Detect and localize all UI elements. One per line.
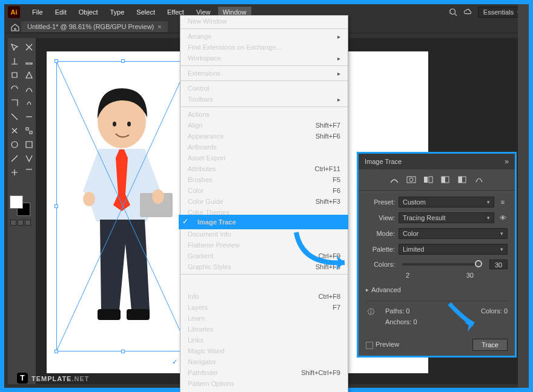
home-icon[interactable] [10, 22, 20, 32]
selection-handle[interactable] [55, 350, 58, 353]
menu-item[interactable]: AppearanceShift+F6 [180, 131, 348, 142]
advanced-toggle[interactable]: ▸Advanced [366, 284, 508, 296]
tool-4[interactable] [8, 68, 22, 82]
tool-15[interactable] [22, 138, 36, 151]
collapse-icon[interactable]: » [505, 157, 509, 166]
menu-item[interactable]: AlignShift+F7 [180, 120, 348, 131]
tool-11[interactable] [22, 110, 36, 123]
menu-item[interactable]: Asset Export [180, 152, 348, 163]
tool-3[interactable] [22, 54, 36, 68]
selection-handle[interactable] [55, 59, 58, 63]
tool-17[interactable] [22, 152, 36, 165]
palette-label: Palette: [366, 246, 395, 253]
placed-image[interactable] [56, 61, 190, 351]
preview-label: Preview [376, 341, 399, 348]
preset-auto-icon[interactable] [388, 174, 400, 185]
tool-2[interactable] [8, 54, 22, 68]
menu-item[interactable]: New Window [180, 16, 348, 27]
selection-handle[interactable] [121, 350, 125, 353]
tool-12[interactable] [8, 124, 22, 137]
image-trace-panel: Image Trace » Preset:Custom▾≡ View:Traci… [357, 152, 517, 358]
svg-rect-17 [442, 177, 445, 183]
mode-select[interactable]: Color▾ [399, 228, 508, 239]
tool-9[interactable] [22, 96, 36, 109]
menu-item[interactable]: Artboards [180, 142, 348, 152]
menu-item[interactable]: Pattern Options [180, 378, 348, 389]
menu-item[interactable]: Properties [180, 389, 348, 392]
close-tab-icon[interactable]: × [157, 23, 161, 30]
info-icon[interactable]: ⓘ [366, 307, 376, 325]
trace-button[interactable]: Trace [472, 339, 508, 351]
preset-select[interactable]: Custom▾ [399, 197, 494, 207]
tool-6[interactable] [8, 82, 22, 96]
preset-lowcolor-icon[interactable] [422, 174, 434, 185]
menu-item[interactable]: Toolbars [180, 94, 348, 105]
menu-item[interactable]: ColorF6 [180, 185, 348, 196]
advanced-label: Advanced [371, 286, 401, 293]
cloud-icon[interactable] [463, 8, 472, 16]
menu-item[interactable]: ✓Navigator [180, 356, 348, 367]
menu-item[interactable]: Control [180, 83, 348, 94]
menu-file[interactable]: File [27, 7, 48, 18]
tool-5[interactable] [22, 68, 36, 82]
tool-0[interactable] [8, 41, 22, 54]
fill-swatch[interactable] [10, 195, 23, 209]
menu-item[interactable]: PathfinderShift+Ctrl+F9 [180, 367, 348, 378]
tool-8[interactable] [8, 96, 22, 109]
menu-item[interactable]: Color GuideShift+F3 [180, 196, 348, 207]
menu-item[interactable]: Find Extensions on Exchange... [180, 42, 348, 53]
selection-handle[interactable] [55, 204, 58, 208]
preset-grayscale-icon[interactable] [439, 174, 451, 185]
menu-item[interactable]: InfoCtrl+F8 [180, 291, 348, 302]
preset-bw-icon[interactable] [456, 174, 468, 185]
preset-photo-icon[interactable] [405, 174, 417, 185]
menu-item[interactable]: BrushesF5 [180, 174, 348, 185]
menu-object[interactable]: Object [74, 7, 103, 18]
menu-item[interactable]: Actions [180, 109, 348, 120]
color-mode-row[interactable] [10, 220, 31, 226]
selection-handle[interactable] [121, 59, 125, 63]
preview-checkbox[interactable]: Preview [366, 341, 399, 348]
search-icon[interactable] [449, 8, 457, 16]
panel-title: Image Trace [365, 158, 402, 165]
eye-icon[interactable]: 👁 [498, 214, 508, 221]
menu-edit[interactable]: Edit [50, 7, 71, 18]
menu-item-image-trace[interactable]: Image Trace [179, 215, 348, 229]
view-select[interactable]: Tracing Result▾ [399, 212, 494, 223]
right-panel-rail[interactable] [518, 4, 529, 388]
menu-item[interactable]: Workspace [180, 53, 348, 64]
tool-13[interactable] [22, 124, 36, 137]
tool-10[interactable] [8, 110, 22, 123]
slider-max: 30 [466, 272, 474, 279]
titlebar-right: Essentials▾ [449, 7, 525, 18]
check-icon: ✓ [182, 217, 188, 226]
tool-18[interactable] [8, 166, 22, 179]
menu-item[interactable]: AttributesCtrl+F11 [180, 163, 348, 174]
menu-item[interactable]: Magic Wand [180, 345, 348, 356]
tool-1[interactable] [22, 41, 36, 54]
menu-item[interactable]: Libraries [180, 324, 348, 335]
menu-type[interactable]: Type [105, 7, 130, 18]
document-tab[interactable]: Untitled-1* @ 98.61% (RGB/GPU Preview) × [21, 21, 168, 32]
slider-knob[interactable] [475, 260, 482, 267]
palette-select[interactable]: Limited▾ [399, 244, 508, 255]
preset-outline-icon[interactable] [473, 174, 485, 185]
colors-stat-label: Colors: [481, 307, 502, 315]
paths-value: 0 [406, 307, 409, 315]
tool-19[interactable] [22, 166, 36, 179]
panel-header[interactable]: Image Trace » [359, 154, 515, 169]
colors-value[interactable]: 30 [489, 260, 508, 269]
window-menu-dropdown[interactable]: New WindowArrangeFind Extensions on Exch… [180, 15, 348, 392]
menu-item-label: Image Trace [197, 218, 236, 226]
colors-label: Colors: [366, 261, 395, 268]
colors-slider[interactable] [402, 263, 482, 266]
tool-16[interactable] [8, 152, 22, 165]
tool-14[interactable] [8, 138, 22, 151]
menu-item[interactable]: Extensions [180, 68, 348, 79]
preset-menu-icon[interactable]: ≡ [498, 198, 508, 206]
tool-7[interactable] [22, 82, 36, 96]
menu-item[interactable]: Arrange [180, 31, 348, 42]
menu-item[interactable]: Links [180, 335, 348, 345]
menu-select[interactable]: Select [131, 7, 160, 18]
menu-item[interactable]: LayersF7 [180, 302, 348, 313]
